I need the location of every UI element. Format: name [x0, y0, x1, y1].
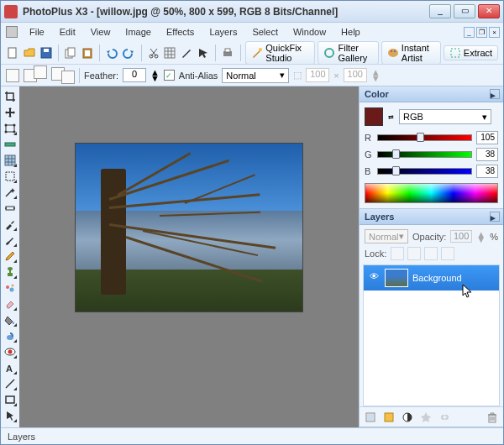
- delete-layer-button[interactable]: [485, 410, 500, 425]
- pencil-tool[interactable]: [3, 249, 18, 264]
- blend-mode-select[interactable]: Normal▾: [222, 68, 289, 83]
- picture-brush-tool[interactable]: [3, 280, 18, 296]
- redo-button[interactable]: [122, 44, 136, 62]
- extract-button[interactable]: Extract: [444, 45, 498, 60]
- menu-window[interactable]: Window: [286, 25, 333, 39]
- foreground-color[interactable]: [365, 107, 383, 126]
- new-layer-button[interactable]: [363, 410, 378, 425]
- spectrum-picker[interactable]: [365, 183, 498, 203]
- minimize-button[interactable]: _: [429, 4, 451, 18]
- swap-colors-icon[interactable]: ⇄: [388, 113, 394, 121]
- lock-transparent-icon[interactable]: [424, 247, 438, 260]
- selection-mode-add[interactable]: [24, 69, 47, 82]
- deform-tool[interactable]: [3, 121, 18, 136]
- effects-button[interactable]: [418, 410, 433, 425]
- b-slider[interactable]: [377, 168, 472, 175]
- smudge-tool[interactable]: [3, 328, 18, 343]
- r-slider[interactable]: [377, 134, 472, 141]
- text-tool[interactable]: A: [3, 360, 18, 375]
- straighten-tool[interactable]: [3, 137, 18, 152]
- canvas-area[interactable]: [19, 86, 359, 427]
- grid-button[interactable]: [163, 44, 177, 62]
- instantartist-button[interactable]: Instant Artist: [381, 41, 441, 65]
- opacity-input[interactable]: 100: [450, 230, 472, 243]
- feather-input[interactable]: 0: [123, 68, 146, 82]
- open-button[interactable]: [23, 44, 37, 62]
- text-tool2[interactable]: [3, 201, 18, 216]
- menu-effects[interactable]: Effects: [160, 25, 201, 39]
- maximize-button[interactable]: ▭: [454, 4, 475, 18]
- mask-button[interactable]: [400, 410, 415, 425]
- eraser-tool[interactable]: [3, 296, 18, 312]
- collapse-icon[interactable]: ▸: [490, 212, 500, 222]
- selection-mode-new[interactable]: [6, 69, 19, 82]
- width-input[interactable]: 100: [306, 68, 329, 82]
- color-panel-header[interactable]: Color ▸: [360, 86, 503, 102]
- mdi-minimize[interactable]: _: [464, 27, 475, 38]
- color-mode-select[interactable]: RGB▾: [399, 109, 491, 124]
- menu-help[interactable]: Help: [334, 25, 367, 39]
- feather-spinner[interactable]: ▲▼: [150, 70, 160, 81]
- save-button[interactable]: [39, 44, 53, 62]
- g-slider[interactable]: [377, 151, 472, 158]
- new-button[interactable]: [6, 44, 20, 62]
- selection-mode-subtract[interactable]: [51, 67, 75, 84]
- g-value[interactable]: 38: [476, 148, 498, 161]
- menu-edit[interactable]: Edit: [53, 25, 82, 39]
- redeye-tool[interactable]: [3, 344, 18, 359]
- layer-item-background[interactable]: 👁 Background: [364, 265, 499, 291]
- selection-tool[interactable]: [3, 169, 18, 184]
- mesh-tool[interactable]: [3, 153, 18, 168]
- svg-rect-11: [225, 49, 230, 52]
- close-button[interactable]: ✕: [478, 4, 500, 18]
- pointer-tool[interactable]: [3, 408, 18, 423]
- new-adjustment-button[interactable]: [381, 410, 396, 425]
- height-input[interactable]: 100: [344, 68, 367, 82]
- dropper-tool[interactable]: [3, 217, 18, 232]
- layers-panel-header[interactable]: Layers ▸: [360, 209, 503, 225]
- canvas-image[interactable]: [76, 144, 302, 312]
- filtergallery-button[interactable]: Filter Gallery: [318, 41, 378, 65]
- quickfix-button[interactable]: QuickFix Studio: [245, 41, 315, 65]
- document-icon[interactable]: [6, 26, 18, 38]
- link-button[interactable]: [437, 410, 452, 425]
- arrow-tool-icon[interactable]: [196, 44, 210, 62]
- copy-button[interactable]: [64, 44, 78, 62]
- menu-select[interactable]: Select: [245, 25, 285, 39]
- mdi-restore[interactable]: ❐: [476, 27, 487, 38]
- menu-layers[interactable]: Layers: [202, 25, 244, 39]
- lock-pixels-icon[interactable]: [391, 247, 404, 260]
- visibility-icon[interactable]: 👁: [367, 271, 381, 285]
- stamp-tool[interactable]: [3, 264, 18, 280]
- antialias-checkbox[interactable]: ✓: [164, 70, 175, 81]
- menu-image[interactable]: Image: [118, 25, 158, 39]
- b-value[interactable]: 38: [476, 165, 498, 178]
- r-value[interactable]: 105: [476, 131, 498, 144]
- wand-tool[interactable]: [3, 185, 18, 200]
- collapse-icon[interactable]: ▸: [490, 89, 500, 99]
- svg-point-28: [13, 207, 15, 209]
- print-button[interactable]: [221, 44, 235, 62]
- mdi-close[interactable]: ×: [489, 27, 500, 38]
- crop-tool[interactable]: [3, 89, 18, 104]
- blend-mode-select[interactable]: Normal▾: [365, 229, 408, 243]
- lock-all-icon[interactable]: [441, 247, 454, 260]
- height-spinner[interactable]: ▲▼: [371, 70, 381, 81]
- opacity-spinner[interactable]: ▲▼: [476, 232, 486, 242]
- svg-point-13: [325, 49, 333, 57]
- menu-view[interactable]: View: [84, 25, 118, 39]
- cut-button[interactable]: [146, 44, 160, 62]
- move-tool[interactable]: [3, 105, 18, 120]
- layers-list[interactable]: 👁 Background: [363, 264, 500, 406]
- brush-tool-icon[interactable]: [180, 44, 194, 62]
- palette-icon: [387, 47, 399, 59]
- fill-tool[interactable]: [3, 312, 18, 327]
- brush-tool[interactable]: [3, 233, 18, 248]
- line-tool[interactable]: [3, 376, 18, 391]
- undo-button[interactable]: [105, 44, 119, 62]
- shape-tool[interactable]: [3, 392, 18, 407]
- menu-file[interactable]: File: [23, 25, 51, 39]
- paste-button[interactable]: [81, 44, 95, 62]
- window-title: PhotoPlus X3 - [willow.jpg @ 50%, 800 x …: [23, 6, 427, 18]
- lock-position-icon[interactable]: [407, 247, 421, 260]
